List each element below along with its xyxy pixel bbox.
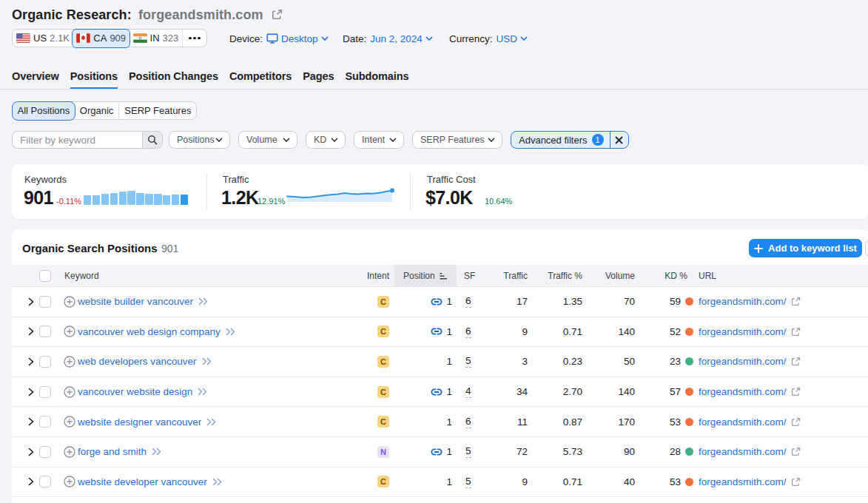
- expand-row-button[interactable]: [28, 377, 34, 407]
- checkbox-box[interactable]: [39, 296, 51, 308]
- intent-filter-dropdown[interactable]: Intent: [354, 131, 404, 149]
- keyword-link[interactable]: website builder vancouver: [78, 296, 193, 307]
- type-tab-serp-features[interactable]: SERP Features: [118, 102, 196, 119]
- keyword-link[interactable]: website designer vancouver: [78, 416, 201, 428]
- keyword-link[interactable]: website developer vancouver: [78, 476, 207, 487]
- intent-badge[interactable]: C: [377, 356, 389, 368]
- expand-row-button[interactable]: [28, 287, 34, 317]
- intent-badge[interactable]: C: [377, 416, 389, 428]
- volume-filter-dropdown[interactable]: Volume: [238, 131, 297, 149]
- row-checkbox[interactable]: [39, 407, 51, 436]
- serp-features-cell[interactable]: 6: [465, 317, 471, 347]
- serp-features-cell[interactable]: 4: [465, 377, 471, 407]
- column-header-sf[interactable]: SF: [464, 265, 475, 286]
- intent-badge[interactable]: C: [377, 296, 389, 308]
- url-link[interactable]: forgeandsmith.com/: [699, 386, 787, 397]
- keyword-link[interactable]: forge and smith: [78, 446, 147, 457]
- intent-badge[interactable]: C: [377, 386, 389, 398]
- add-keyword-button[interactable]: [64, 437, 75, 467]
- position-link-icon[interactable]: [431, 296, 443, 308]
- serp-features-cell[interactable]: 6: [465, 407, 471, 436]
- external-link-icon[interactable]: [272, 8, 283, 24]
- row-checkbox[interactable]: [39, 347, 51, 377]
- traffic-trend-sparkline[interactable]: [285, 185, 394, 206]
- serp-features-filter-dropdown[interactable]: SERP Features: [412, 131, 502, 149]
- checkbox-box[interactable]: [39, 416, 51, 428]
- column-header-intent[interactable]: Intent: [367, 265, 389, 286]
- checkbox-box[interactable]: [39, 386, 51, 398]
- row-checkbox[interactable]: [39, 317, 51, 347]
- row-checkbox[interactable]: [39, 437, 51, 467]
- keyword-link[interactable]: vancouver website design: [78, 386, 192, 397]
- country-tab-us[interactable]: US2.1K: [13, 30, 73, 47]
- column-header-volume[interactable]: Volume: [605, 265, 635, 286]
- position-link-icon[interactable]: [431, 386, 443, 398]
- checkbox-box[interactable]: [39, 325, 51, 337]
- clear-advanced-filters-button[interactable]: [610, 132, 628, 148]
- advanced-filters-button[interactable]: Advanced filters 1: [511, 131, 629, 149]
- expand-row-button[interactable]: [28, 317, 34, 347]
- url-link[interactable]: forgeandsmith.com/: [699, 326, 787, 337]
- country-tab-in[interactable]: IN323: [129, 30, 183, 47]
- currency-dropdown[interactable]: USD: [497, 33, 528, 44]
- column-header-keyword[interactable]: Keyword: [64, 265, 99, 286]
- expand-row-button[interactable]: [28, 407, 34, 436]
- serp-features-cell[interactable]: 5: [465, 467, 471, 497]
- add-keyword-button[interactable]: [64, 317, 75, 347]
- nav-tab-pages[interactable]: Pages: [303, 70, 334, 90]
- select-all-checkbox[interactable]: [39, 265, 51, 286]
- intent-badge[interactable]: C: [377, 476, 389, 487]
- add-keyword-button[interactable]: [64, 407, 75, 436]
- keyword-filter-input[interactable]: [12, 131, 142, 149]
- keywords-trend-bar-chart[interactable]: [84, 191, 189, 205]
- url-link[interactable]: forgeandsmith.com/: [699, 446, 787, 457]
- nav-tab-position-changes[interactable]: Position Changes: [129, 70, 218, 90]
- position-link-icon[interactable]: [431, 446, 443, 458]
- external-link-icon[interactable]: [791, 327, 801, 337]
- nav-tab-competitors[interactable]: Competitors: [229, 70, 292, 90]
- checkbox-box[interactable]: [39, 476, 51, 487]
- column-header-traffic[interactable]: Traffic: [503, 265, 528, 286]
- external-link-icon[interactable]: [791, 297, 801, 306]
- add-to-keyword-list-button[interactable]: Add to keyword list: [749, 239, 862, 257]
- external-link-icon[interactable]: [791, 387, 801, 396]
- add-keyword-button[interactable]: [64, 377, 75, 407]
- date-dropdown[interactable]: Jun 2, 2024: [370, 33, 433, 44]
- serp-features-cell[interactable]: 5: [465, 347, 471, 377]
- type-tab-organic[interactable]: Organic: [75, 102, 119, 119]
- nav-tab-overview[interactable]: Overview: [12, 70, 59, 90]
- add-keyword-button[interactable]: [64, 287, 75, 317]
- keyword-link[interactable]: web developers vancouver: [78, 356, 197, 367]
- column-header-position[interactable]: Position: [403, 265, 448, 286]
- column-header-url[interactable]: URL: [699, 265, 716, 286]
- external-link-icon[interactable]: [791, 357, 801, 366]
- column-header-kd[interactable]: KD %: [665, 265, 687, 286]
- nav-tab-subdomains[interactable]: Subdomains: [345, 70, 408, 90]
- external-link-icon[interactable]: [791, 477, 801, 487]
- more-countries-button[interactable]: [182, 30, 206, 47]
- nav-tab-positions[interactable]: Positions: [70, 70, 118, 90]
- keyword-link[interactable]: vancouver web design company: [78, 326, 221, 337]
- url-link[interactable]: forgeandsmith.com/: [699, 356, 787, 367]
- external-link-icon[interactable]: [791, 417, 801, 427]
- external-link-icon[interactable]: [791, 447, 801, 456]
- search-button[interactable]: [142, 131, 163, 149]
- column-header-traffic-pct[interactable]: Traffic %: [548, 265, 582, 286]
- expand-row-button[interactable]: [28, 347, 34, 377]
- device-dropdown[interactable]: Desktop: [266, 33, 329, 44]
- intent-badge[interactable]: C: [377, 325, 389, 337]
- row-checkbox[interactable]: [39, 377, 51, 407]
- country-tab-ca[interactable]: CA909: [72, 29, 130, 48]
- url-link[interactable]: forgeandsmith.com/: [699, 476, 787, 487]
- add-keyword-button[interactable]: [64, 347, 75, 377]
- serp-features-cell[interactable]: 5: [465, 437, 471, 467]
- expand-row-button[interactable]: [28, 437, 34, 467]
- kd-filter-dropdown[interactable]: KD: [306, 131, 346, 149]
- expand-row-button[interactable]: [28, 467, 34, 497]
- url-link[interactable]: forgeandsmith.com/: [699, 416, 787, 428]
- checkbox-box[interactable]: [39, 446, 51, 458]
- add-keyword-button[interactable]: [64, 467, 75, 497]
- intent-badge[interactable]: N: [377, 446, 389, 458]
- row-checkbox[interactable]: [39, 287, 51, 317]
- row-checkbox[interactable]: [39, 467, 51, 497]
